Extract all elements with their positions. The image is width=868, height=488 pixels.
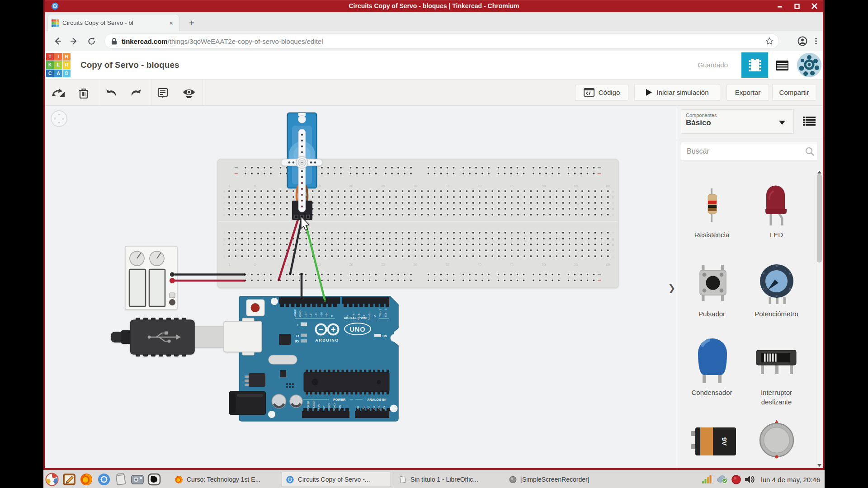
component-label: Interruptor deslizante — [751, 388, 802, 407]
breadboard-view-button[interactable] — [741, 52, 768, 78]
profile-icon[interactable] — [796, 34, 809, 48]
power-supply[interactable] — [125, 246, 177, 310]
svg-text:13: 13 — [304, 314, 307, 317]
user-avatar[interactable] — [797, 53, 821, 77]
logo-letter: R — [63, 61, 71, 69]
volume-icon[interactable] — [744, 475, 756, 484]
reload-button[interactable] — [85, 34, 98, 48]
browser-tab[interactable]: Circuits Copy of Servo - bl × — [48, 14, 179, 31]
export-button[interactable]: Exportar — [726, 84, 769, 101]
component-capacitor[interactable] — [698, 338, 727, 383]
bookmark-star-icon[interactable] — [765, 37, 774, 47]
component-list-toggle[interactable] — [800, 114, 818, 128]
svg-text:40: 40 — [478, 263, 481, 267]
component-9v-battery[interactable]: 9V — [691, 427, 736, 455]
taskbar-window-circuits[interactable]: Circuits Copy of Servo -... — [282, 472, 391, 487]
undo-icon[interactable] — [104, 85, 119, 101]
panel-divider — [677, 138, 823, 138]
menu-dots-icon[interactable] — [809, 34, 823, 48]
firefox-icon[interactable] — [79, 472, 94, 487]
new-tab-button[interactable]: + — [186, 17, 198, 29]
taskbar-window-libreoffice[interactable]: Sin título 1 - LibreOffic... — [395, 472, 498, 487]
lock-icon — [111, 38, 117, 45]
scroll-down-arrow[interactable] — [816, 463, 822, 468]
arduino-reset-button[interactable] — [246, 300, 264, 316]
collapse-panel-button[interactable]: ❯ — [667, 281, 676, 295]
list-view-button[interactable] — [774, 59, 790, 72]
start-simulation-button[interactable]: Iniciar simulación — [634, 84, 720, 101]
taskbar-window-recorder[interactable]: [SimpleScreenRecorder] — [505, 472, 610, 487]
cloud-sync-icon[interactable] — [717, 475, 728, 484]
close-button[interactable] — [809, 2, 819, 10]
url-bar[interactable]: tinkercad.com/things/3qoWeEAAT2e-copy-of… — [105, 34, 778, 48]
forward-button[interactable] — [67, 34, 81, 48]
taskbar-window-curso[interactable]: Curso: Technology 1st E... — [171, 472, 282, 487]
panel-scrollbar-thumb[interactable] — [817, 174, 822, 263]
component-label: Condensador — [679, 388, 744, 397]
svg-text:~11: ~11 — [314, 312, 317, 317]
battery-9v-text: 9V — [721, 437, 728, 446]
panel-scrollbar[interactable] — [816, 169, 822, 468]
svg-text:GND: GND — [333, 403, 336, 409]
code-button[interactable]: Código — [575, 84, 628, 101]
window-titlebar[interactable]: Circuits Copy of Servo - bloques | Tinke… — [45, 0, 823, 12]
notes-app-icon[interactable] — [61, 472, 77, 487]
circuit-workspace[interactable]: 1155101015152020252530303535404045455050… — [45, 106, 823, 468]
svg-text:AREF: AREF — [293, 309, 297, 317]
circuit-canvas[interactable]: 1155101015152020252530303535404045455050… — [45, 106, 677, 468]
component-slide-switch[interactable] — [756, 350, 796, 374]
svg-text:A5: A5 — [382, 406, 386, 409]
media-app-icon[interactable] — [146, 472, 162, 487]
svg-text:VIN: VIN — [338, 405, 341, 409]
redo-icon[interactable] — [128, 85, 143, 101]
record-tray-icon[interactable] — [731, 475, 741, 484]
component-led[interactable] — [765, 185, 787, 225]
chromium-launcher-icon[interactable] — [96, 472, 112, 487]
svg-text:5: 5 — [254, 184, 256, 188]
app-header: TINKERCAD Copy of Servo - bloques Guarda… — [45, 51, 823, 79]
component-search[interactable] — [681, 142, 818, 160]
tab-close-icon[interactable]: × — [167, 19, 175, 27]
logo-letter: E — [54, 61, 62, 69]
edit-toolbar: Código Iniciar simulación Exportar Compa… — [45, 79, 823, 106]
logo-letter: A — [54, 70, 62, 77]
share-button[interactable]: Compartir — [772, 84, 816, 101]
notes-tool-icon[interactable] — [155, 85, 170, 101]
power-supply-button[interactable] — [169, 299, 175, 305]
component-pushbutton[interactable] — [700, 265, 726, 301]
components-category-dropdown[interactable]: Componentes Básico — [681, 109, 794, 134]
document-window-icon — [399, 475, 407, 484]
component-label: Pulsador — [679, 309, 744, 319]
back-button[interactable] — [51, 34, 64, 48]
svg-text:c: c — [612, 201, 614, 205]
components-label: Componentes — [686, 113, 789, 118]
component-resistor[interactable] — [708, 188, 717, 222]
svg-text:40: 40 — [478, 184, 481, 188]
app-menu-icon[interactable] — [44, 472, 60, 487]
svg-text:35: 35 — [446, 263, 449, 267]
svg-text:j: j — [223, 254, 225, 258]
svg-text:A4: A4 — [377, 406, 380, 409]
component-potentiometer[interactable] — [760, 264, 793, 304]
delete-tool-icon[interactable] — [76, 85, 91, 101]
component-coin-cell[interactable] — [760, 420, 793, 459]
search-input[interactable] — [681, 147, 802, 155]
arduino-uno[interactable]: L TX RX ARDUINO — [229, 296, 398, 421]
tinkercad-logo[interactable]: TINKERCAD — [46, 53, 71, 77]
browser-window: Circuits Copy of Servo - bloques | Tinke… — [43, 0, 825, 470]
network-signal-icon[interactable] — [702, 474, 713, 484]
component-label: Resistencia — [679, 230, 744, 239]
breadboard[interactable]: 1155101015152020252530303535404045455050… — [217, 159, 618, 288]
minimize-button[interactable] — [775, 2, 785, 10]
usb-cable[interactable] — [111, 318, 262, 357]
rotate-tool-icon[interactable] — [51, 85, 66, 101]
zoom-to-fit-button[interactable] — [51, 111, 67, 127]
maximize-button[interactable] — [792, 2, 802, 10]
visibility-tool-icon[interactable] — [181, 85, 197, 101]
files-app-icon[interactable] — [113, 472, 128, 487]
power-supply-terminal-negative[interactable] — [170, 272, 175, 277]
svg-text:d: d — [223, 207, 225, 211]
svg-text:5V: 5V — [322, 406, 326, 409]
screenshot-app-icon[interactable] — [130, 472, 145, 487]
led-rx-label: RX — [295, 340, 300, 343]
